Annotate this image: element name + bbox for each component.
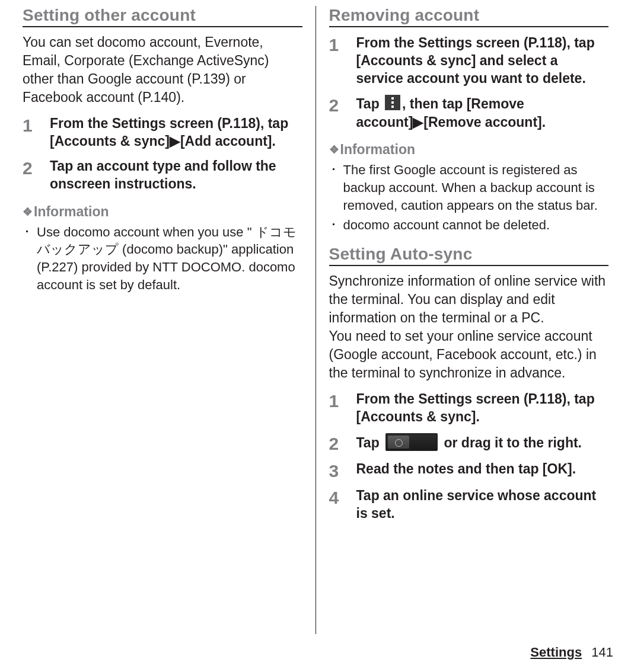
section-title-setting-auto-sync: Setting Auto-sync bbox=[329, 245, 609, 266]
section-title-removing-account: Removing account bbox=[329, 6, 609, 27]
intro-text: You can set docomo account, Evernote, Em… bbox=[23, 33, 302, 107]
step-number: 1 bbox=[23, 115, 50, 151]
step-number: 2 bbox=[329, 95, 356, 132]
bullet-dot-icon: ･ bbox=[329, 161, 343, 214]
intro-text: Synchronize information of online servic… bbox=[329, 272, 609, 382]
page-number: 141 bbox=[591, 645, 613, 660]
two-column-layout: Setting other account You can set docomo… bbox=[17, 6, 614, 634]
info-bullet-text: docomo account cannot be deleted. bbox=[343, 216, 550, 234]
step-text: Tap or drag it to the right. bbox=[356, 433, 582, 453]
section-title-setting-other-account: Setting other account bbox=[23, 6, 302, 27]
step-text: Tap an online service whose account is s… bbox=[356, 487, 609, 523]
information-heading: ❖Information bbox=[23, 204, 302, 220]
step-1: 1 From the Settings screen (P.118), tap … bbox=[329, 34, 609, 88]
left-column: Setting other account You can set docomo… bbox=[17, 6, 316, 634]
step-2: 2 Tap , then tap [Remove account]▶[Remov… bbox=[329, 95, 609, 132]
step-number: 2 bbox=[329, 433, 356, 453]
step-text: From the Settings screen (P.118), tap [A… bbox=[356, 391, 609, 426]
step-text: Tap , then tap [Remove account]▶[Remove … bbox=[356, 95, 609, 132]
info-bullet-text: Use docomo account when you use " ドコモバック… bbox=[37, 223, 302, 294]
step-4: 4 Tap an online service whose account is… bbox=[329, 487, 609, 523]
bullet-dot-icon: ･ bbox=[23, 223, 37, 294]
info-bullet: ･ docomo account cannot be deleted. bbox=[329, 216, 609, 234]
step-number: 4 bbox=[329, 487, 356, 523]
step-text: From the Settings screen (P.118), tap [A… bbox=[50, 115, 302, 151]
step-2: 2 Tap an account type and follow the ons… bbox=[23, 158, 302, 193]
step-number: 2 bbox=[23, 158, 50, 193]
step-1: 1 From the Settings screen (P.118), tap … bbox=[23, 115, 302, 151]
step-text: Tap an account type and follow the onscr… bbox=[50, 158, 302, 193]
step-1: 1 From the Settings screen (P.118), tap … bbox=[329, 391, 609, 426]
toggle-off-icon bbox=[385, 433, 438, 451]
footer-section-label: Settings bbox=[530, 645, 582, 660]
step-text: Read the notes and then tap [OK]. bbox=[356, 460, 576, 481]
step-number: 1 bbox=[329, 391, 356, 426]
information-heading: ❖Information bbox=[329, 142, 609, 158]
bullet-dot-icon: ･ bbox=[329, 216, 343, 234]
step-3: 3 Read the notes and then tap [OK]. bbox=[329, 460, 609, 481]
diamond-icon: ❖ bbox=[329, 143, 339, 156]
diamond-icon: ❖ bbox=[23, 205, 33, 219]
step-2: 2 Tap or drag it to the right. bbox=[329, 433, 609, 453]
page-footer: Settings 141 bbox=[530, 645, 613, 660]
step-number: 3 bbox=[329, 460, 356, 481]
step-number: 1 bbox=[329, 34, 356, 88]
info-bullet: ･ Use docomo account when you use " ドコモバ… bbox=[23, 223, 302, 294]
step-text: From the Settings screen (P.118), tap [A… bbox=[356, 34, 609, 88]
info-bullet-text: The first Google account is registered a… bbox=[343, 161, 609, 214]
right-column: Removing account 1 From the Settings scr… bbox=[316, 6, 615, 634]
overflow-menu-icon bbox=[385, 95, 400, 110]
info-bullet: ･ The first Google account is registered… bbox=[329, 161, 609, 214]
